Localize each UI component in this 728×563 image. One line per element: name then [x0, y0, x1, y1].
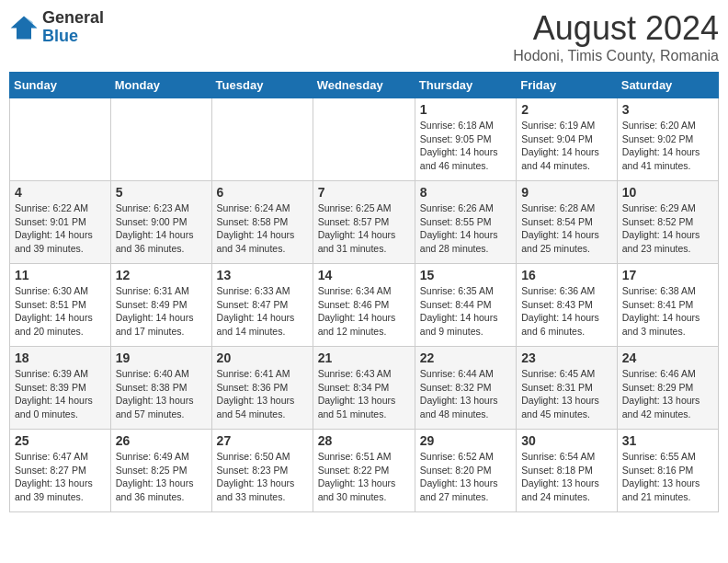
calendar-cell: 6Sunrise: 6:24 AMSunset: 8:58 PMDaylight… [211, 181, 313, 264]
day-number: 4 [15, 185, 106, 200]
calendar-cell [211, 98, 313, 181]
day-info: Sunrise: 6:31 AMSunset: 8:49 PMDaylight:… [116, 284, 207, 339]
day-number: 14 [318, 268, 410, 282]
day-info: Sunrise: 6:19 AMSunset: 9:04 PMDaylight:… [521, 119, 612, 173]
calendar-cell: 21Sunrise: 6:43 AMSunset: 8:34 PMDayligh… [313, 347, 415, 430]
calendar-cell [313, 98, 415, 181]
day-info: Sunrise: 6:41 AMSunset: 8:36 PMDaylight:… [217, 367, 308, 421]
day-number: 24 [622, 350, 713, 365]
day-number: 23 [521, 350, 612, 365]
day-info: Sunrise: 6:33 AMSunset: 8:47 PMDaylight:… [217, 284, 308, 339]
day-number: 26 [116, 433, 207, 448]
calendar-cell: 29Sunrise: 6:52 AMSunset: 8:20 PMDayligh… [415, 430, 516, 512]
day-info: Sunrise: 6:20 AMSunset: 9:02 PMDaylight:… [622, 119, 713, 173]
day-info: Sunrise: 6:18 AMSunset: 9:05 PMDaylight:… [420, 119, 511, 173]
calendar-cell: 15Sunrise: 6:35 AMSunset: 8:44 PMDayligh… [415, 264, 516, 347]
day-number: 20 [217, 350, 308, 365]
location: Hodoni, Timis County, Romania [513, 48, 719, 64]
month-year: August 2024 [513, 9, 719, 48]
calendar-cell: 20Sunrise: 6:41 AMSunset: 8:36 PMDayligh… [211, 347, 313, 430]
calendar-cell: 5Sunrise: 6:23 AMSunset: 9:00 PMDaylight… [110, 181, 211, 264]
day-info: Sunrise: 6:45 AMSunset: 8:31 PMDaylight:… [521, 367, 612, 421]
day-number: 12 [116, 268, 207, 282]
calendar-header-thursday: Thursday [415, 73, 516, 98]
day-number: 13 [217, 268, 308, 282]
day-number: 2 [521, 102, 612, 117]
day-number: 22 [420, 350, 511, 365]
calendar-week-4: 18Sunrise: 6:39 AMSunset: 8:39 PMDayligh… [10, 347, 719, 430]
day-number: 11 [15, 268, 106, 282]
calendar-table: SundayMondayTuesdayWednesdayThursdayFrid… [9, 72, 719, 512]
day-info: Sunrise: 6:47 AMSunset: 8:27 PMDaylight:… [15, 450, 106, 504]
calendar-cell: 3Sunrise: 6:20 AMSunset: 9:02 PMDaylight… [617, 98, 718, 181]
calendar-cell [110, 98, 211, 181]
calendar-week-5: 25Sunrise: 6:47 AMSunset: 8:27 PMDayligh… [10, 430, 719, 512]
day-number: 18 [15, 350, 106, 365]
logo-blue: Blue [42, 27, 78, 45]
day-number: 28 [318, 433, 410, 448]
day-number: 27 [217, 433, 308, 448]
day-info: Sunrise: 6:35 AMSunset: 8:44 PMDaylight:… [420, 284, 511, 339]
day-number: 7 [318, 185, 410, 200]
day-info: Sunrise: 6:49 AMSunset: 8:25 PMDaylight:… [116, 450, 207, 504]
calendar-cell: 31Sunrise: 6:55 AMSunset: 8:16 PMDayligh… [617, 430, 718, 512]
day-info: Sunrise: 6:36 AMSunset: 8:43 PMDaylight:… [521, 284, 612, 339]
day-info: Sunrise: 6:39 AMSunset: 8:39 PMDaylight:… [15, 367, 106, 421]
calendar-week-2: 4Sunrise: 6:22 AMSunset: 9:01 PMDaylight… [10, 181, 719, 264]
day-info: Sunrise: 6:38 AMSunset: 8:41 PMDaylight:… [622, 284, 713, 339]
calendar-cell: 10Sunrise: 6:29 AMSunset: 8:52 PMDayligh… [617, 181, 718, 264]
day-number: 3 [622, 102, 713, 117]
logo-text: General Blue [42, 9, 104, 46]
day-number: 17 [622, 268, 713, 282]
day-info: Sunrise: 6:34 AMSunset: 8:46 PMDaylight:… [318, 284, 410, 339]
day-info: Sunrise: 6:24 AMSunset: 8:58 PMDaylight:… [217, 201, 308, 256]
calendar-cell: 27Sunrise: 6:50 AMSunset: 8:23 PMDayligh… [211, 430, 313, 512]
day-info: Sunrise: 6:51 AMSunset: 8:22 PMDaylight:… [318, 450, 410, 504]
logo: General Blue [9, 9, 104, 46]
day-number: 8 [420, 185, 511, 200]
day-info: Sunrise: 6:52 AMSunset: 8:20 PMDaylight:… [420, 450, 511, 504]
logo-icon [9, 15, 39, 40]
calendar-cell: 2Sunrise: 6:19 AMSunset: 9:04 PMDaylight… [517, 98, 618, 181]
day-info: Sunrise: 6:40 AMSunset: 8:38 PMDaylight:… [116, 367, 207, 421]
day-number: 10 [622, 185, 713, 200]
day-info: Sunrise: 6:28 AMSunset: 8:54 PMDaylight:… [521, 201, 612, 256]
calendar-cell: 4Sunrise: 6:22 AMSunset: 9:01 PMDaylight… [10, 181, 111, 264]
calendar-header-friday: Friday [517, 73, 618, 98]
calendar-header-monday: Monday [110, 73, 211, 98]
day-info: Sunrise: 6:25 AMSunset: 8:57 PMDaylight:… [318, 201, 410, 256]
day-info: Sunrise: 6:43 AMSunset: 8:34 PMDaylight:… [318, 367, 410, 421]
calendar-week-3: 11Sunrise: 6:30 AMSunset: 8:51 PMDayligh… [10, 264, 719, 347]
day-info: Sunrise: 6:26 AMSunset: 8:55 PMDaylight:… [420, 201, 511, 256]
calendar-cell: 18Sunrise: 6:39 AMSunset: 8:39 PMDayligh… [10, 347, 111, 430]
day-info: Sunrise: 6:22 AMSunset: 9:01 PMDaylight:… [15, 201, 106, 256]
day-info: Sunrise: 6:23 AMSunset: 9:00 PMDaylight:… [116, 201, 207, 256]
calendar-cell: 30Sunrise: 6:54 AMSunset: 8:18 PMDayligh… [517, 430, 618, 512]
day-number: 29 [420, 433, 511, 448]
logo-general: General [42, 8, 104, 27]
day-number: 5 [116, 185, 207, 200]
calendar-cell: 8Sunrise: 6:26 AMSunset: 8:55 PMDaylight… [415, 181, 516, 264]
calendar-header-row: SundayMondayTuesdayWednesdayThursdayFrid… [10, 73, 719, 98]
day-number: 16 [521, 268, 612, 282]
calendar-header-wednesday: Wednesday [313, 73, 415, 98]
calendar-cell [10, 98, 111, 181]
day-info: Sunrise: 6:55 AMSunset: 8:16 PMDaylight:… [622, 450, 713, 504]
calendar-cell: 16Sunrise: 6:36 AMSunset: 8:43 PMDayligh… [517, 264, 618, 347]
calendar-cell: 28Sunrise: 6:51 AMSunset: 8:22 PMDayligh… [313, 430, 415, 512]
calendar-cell: 26Sunrise: 6:49 AMSunset: 8:25 PMDayligh… [110, 430, 211, 512]
calendar-cell: 7Sunrise: 6:25 AMSunset: 8:57 PMDaylight… [313, 181, 415, 264]
calendar-header-tuesday: Tuesday [211, 73, 313, 98]
calendar-cell: 14Sunrise: 6:34 AMSunset: 8:46 PMDayligh… [313, 264, 415, 347]
title-section: August 2024 Hodoni, Timis County, Romani… [513, 9, 719, 64]
calendar-cell: 12Sunrise: 6:31 AMSunset: 8:49 PMDayligh… [110, 264, 211, 347]
calendar-cell: 17Sunrise: 6:38 AMSunset: 8:41 PMDayligh… [617, 264, 718, 347]
calendar-week-1: 1Sunrise: 6:18 AMSunset: 9:05 PMDaylight… [10, 98, 719, 181]
day-info: Sunrise: 6:44 AMSunset: 8:32 PMDaylight:… [420, 367, 511, 421]
calendar-cell: 9Sunrise: 6:28 AMSunset: 8:54 PMDaylight… [517, 181, 618, 264]
day-number: 9 [521, 185, 612, 200]
day-number: 19 [116, 350, 207, 365]
day-number: 6 [217, 185, 308, 200]
calendar-header-sunday: Sunday [10, 73, 111, 98]
calendar-cell: 25Sunrise: 6:47 AMSunset: 8:27 PMDayligh… [10, 430, 111, 512]
